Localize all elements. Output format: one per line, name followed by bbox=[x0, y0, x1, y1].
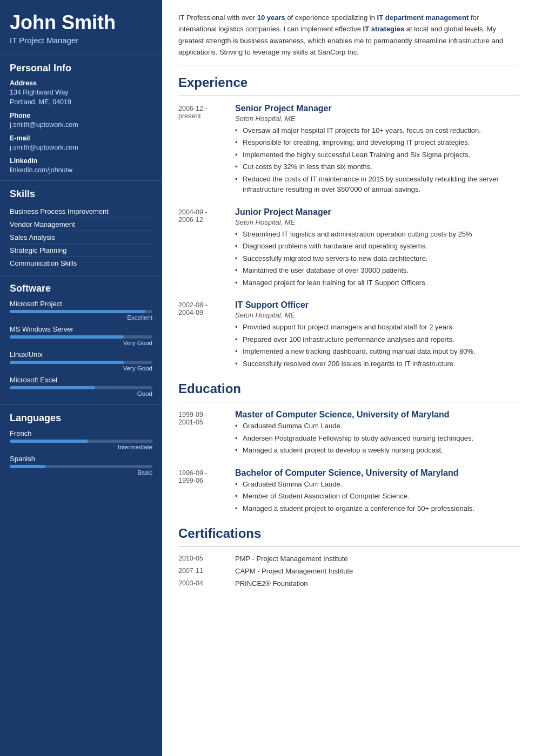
bar-fill bbox=[10, 465, 45, 468]
entry-date: 1996-09 -1999-06 bbox=[178, 468, 235, 516]
language-name: French bbox=[10, 429, 152, 437]
bullet-item: Reduced the costs of IT maintenance in 2… bbox=[235, 174, 519, 195]
languages-title: Languages bbox=[10, 413, 152, 424]
bar-fill bbox=[10, 440, 88, 443]
entry-date: 1999-09 -2001-05 bbox=[178, 410, 235, 457]
bar-track bbox=[10, 361, 152, 364]
bar-label: Very Good bbox=[10, 365, 152, 372]
bar-fill bbox=[10, 386, 95, 389]
languages-section: Languages French Intermediate Spanish Ba… bbox=[0, 404, 162, 483]
bar-label: Very Good bbox=[10, 340, 152, 346]
cert-name: CAPM - Project Management Institute bbox=[235, 567, 353, 575]
cert-date: 2003-04 bbox=[178, 579, 235, 588]
job-title: IT Support Officer bbox=[235, 300, 519, 310]
address-label: Address bbox=[10, 79, 152, 87]
job-title: Junior Project Manager bbox=[235, 207, 519, 217]
job-title: Senior Project Manager bbox=[235, 104, 519, 113]
bullet-item: Member of Student Association of Compute… bbox=[235, 491, 519, 502]
degree-title: Bachelor of Computer Science, University… bbox=[235, 468, 519, 478]
bar-track bbox=[10, 440, 152, 443]
experience-entry: 2006-12 -present Senior Project Manager … bbox=[178, 104, 519, 197]
skill-item: Vendor Management bbox=[10, 218, 152, 231]
job-bullets: Oversaw all major hospital IT projects f… bbox=[235, 125, 519, 195]
bar-fill bbox=[10, 361, 124, 364]
software-name: MS Windows Server bbox=[10, 325, 152, 333]
bullet-item: Responsible for creating, improving, and… bbox=[235, 137, 519, 148]
skill-item: Strategic Planning bbox=[10, 244, 152, 257]
language-name: Spanish bbox=[10, 455, 152, 463]
candidate-name: John Smith bbox=[10, 12, 152, 33]
software-name: Microsoft Excel bbox=[10, 376, 152, 384]
bullet-item: Implemented the highly successful Lean T… bbox=[235, 150, 519, 160]
bullet-item: Managed a student project to organize a … bbox=[235, 503, 519, 514]
software-name: Microsoft Project bbox=[10, 300, 152, 308]
cert-name: PRINCE2® Foundation bbox=[235, 579, 308, 588]
candidate-title: IT Project Manager bbox=[10, 36, 152, 45]
job-org: Seton Hospital, ME bbox=[235, 114, 519, 123]
section-divider bbox=[178, 546, 519, 547]
software-title: Software bbox=[10, 283, 152, 294]
section-divider bbox=[178, 402, 519, 402]
bullet-item: Implemented a new tracking dashboard, cu… bbox=[235, 346, 519, 357]
phone-value: j.smith@uptowork.com bbox=[10, 120, 152, 130]
bar-track bbox=[10, 310, 152, 313]
cert-name: PMP - Project Management Institute bbox=[235, 555, 348, 563]
bullet-item: Andersen Postgraduate Fellowship to stud… bbox=[235, 433, 519, 444]
bar-track bbox=[10, 335, 152, 339]
bullet-item: Maintained the user database of over 300… bbox=[235, 265, 519, 276]
bullet-item: Successfully migrated two servers to new… bbox=[235, 253, 519, 264]
skill-item: Sales Analysis bbox=[10, 231, 152, 244]
bar-label: Intermediate bbox=[10, 444, 152, 450]
certifications-section: Certifications 2010-05 PMP - Project Man… bbox=[178, 526, 519, 588]
bullet-item: Diagnosed problems with hardware and ope… bbox=[235, 241, 519, 252]
education-entry: 1999-09 -2001-05 Master of Computer Scie… bbox=[178, 410, 519, 457]
bullet-item: Graduated Summa Cum Laude. bbox=[235, 479, 519, 490]
cert-date: 2010-05 bbox=[178, 555, 235, 563]
experience-section: Experience 2006-12 -present Senior Proje… bbox=[178, 75, 519, 371]
education-entry: 1996-09 -1999-06 Bachelor of Computer Sc… bbox=[178, 468, 519, 516]
bar-label: Good bbox=[10, 390, 152, 397]
sidebar-header: John Smith IT Project Manager bbox=[0, 0, 162, 55]
skill-item: Business Process Improvement bbox=[10, 205, 152, 218]
entry-content: Junior Project Manager Seton Hospital, M… bbox=[235, 207, 519, 290]
bullet-item: Managed a student project to develop a w… bbox=[235, 445, 519, 456]
bar-label: Excellent bbox=[10, 314, 152, 321]
entry-content: Master of Computer Science, University o… bbox=[235, 410, 519, 457]
bullet-item: Cut costs by 32% in less than six months… bbox=[235, 161, 519, 172]
bar-track bbox=[10, 386, 152, 389]
email-label: E-mail bbox=[10, 134, 152, 142]
email-value: j.smith@uptowork.com bbox=[10, 143, 152, 153]
entry-content: Bachelor of Computer Science, University… bbox=[235, 468, 519, 516]
skills-title: Skills bbox=[10, 188, 152, 200]
cert-date: 2007-11 bbox=[178, 567, 235, 575]
address-value: 134 Rightward WayPortland, ME, 04019 bbox=[10, 87, 152, 108]
certifications-title: Certifications bbox=[178, 526, 519, 541]
bullet-item: Successfully resolved over 200 issues in… bbox=[235, 359, 519, 369]
section-divider bbox=[178, 96, 519, 96]
sidebar: John Smith IT Project Manager Personal I… bbox=[0, 0, 162, 756]
bullet-item: Streamlined IT logistics and administrat… bbox=[235, 229, 519, 240]
bullet-item: Graduated Summa Cum Laude. bbox=[235, 421, 519, 431]
bar-fill bbox=[10, 310, 145, 313]
bar-fill bbox=[10, 335, 124, 339]
software-section: Software Microsoft Project Excellent MS … bbox=[0, 275, 162, 404]
resume-container: John Smith IT Project Manager Personal I… bbox=[0, 0, 535, 756]
cert-entry: 2003-04 PRINCE2® Foundation bbox=[178, 579, 519, 588]
main-content: IT Professional with over 10 years of ex… bbox=[162, 0, 535, 756]
job-org: Seton Hospital, ME bbox=[235, 311, 519, 319]
skill-item: Communication Skills bbox=[10, 257, 152, 269]
summary-text: IT Professional with over 10 years of ex… bbox=[178, 12, 519, 65]
job-bullets: Provided support for project managers an… bbox=[235, 322, 519, 369]
entry-date: 2006-12 -present bbox=[178, 104, 235, 197]
edu-bullets: Graduated Summa Cum Laude. Andersen Post… bbox=[235, 421, 519, 456]
degree-title: Master of Computer Science, University o… bbox=[235, 410, 519, 420]
job-bullets: Streamlined IT logistics and administrat… bbox=[235, 229, 519, 288]
entry-date: 2002-08 -2004-09 bbox=[178, 300, 235, 370]
bullet-item: Oversaw all major hospital IT projects f… bbox=[235, 125, 519, 136]
linkedin-value: linkedin.com/johnutw bbox=[10, 165, 152, 176]
job-org: Seton Hospital, ME bbox=[235, 218, 519, 226]
entry-content: Senior Project Manager Seton Hospital, M… bbox=[235, 104, 519, 197]
edu-bullets: Graduated Summa Cum Laude. Member of Stu… bbox=[235, 479, 519, 514]
education-section: Education 1999-09 -2001-05 Master of Com… bbox=[178, 381, 519, 515]
bar-track bbox=[10, 465, 152, 468]
